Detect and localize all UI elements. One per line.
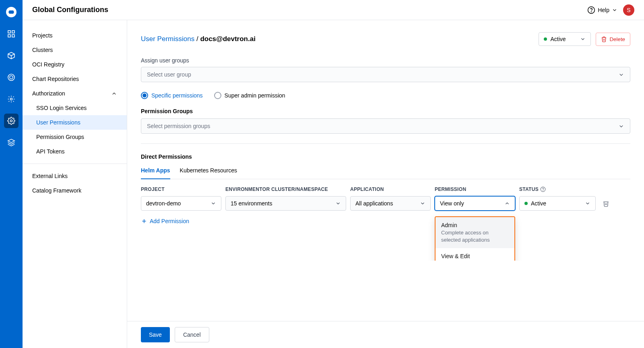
col-app: APPLICATION	[350, 186, 431, 192]
plus-icon	[141, 218, 147, 224]
breadcrumb-current: docs@devtron.ai	[200, 35, 256, 43]
svg-point-6	[10, 76, 13, 79]
row-status-select[interactable]: Active	[519, 196, 596, 211]
radio-specific-permissions[interactable]: Specific permissions	[141, 92, 203, 99]
sidebar-subitem-user-permissions[interactable]: User Permissions	[23, 115, 127, 130]
permission-groups-heading: Permission Groups	[141, 108, 630, 114]
direct-permissions-heading: Direct Permissions	[141, 153, 630, 160]
rail-stack-icon[interactable]	[4, 135, 19, 150]
environment-select[interactable]: 15 environments	[225, 196, 346, 211]
dropdown-option-admin[interactable]: Admin Complete access on selected applic…	[436, 217, 514, 248]
application-select[interactable]: All applications	[350, 196, 431, 211]
rail-target-icon[interactable]	[4, 70, 19, 85]
chevron-down-icon	[420, 201, 425, 206]
rail-config-icon[interactable]	[4, 92, 19, 106]
chevron-down-icon	[618, 72, 624, 78]
status-dot-icon	[524, 202, 528, 205]
sidebar: Projects Clusters OCI Registry Chart Rep…	[23, 20, 127, 261]
tab-helm-apps[interactable]: Helm Apps	[141, 164, 170, 179]
chevron-down-icon	[211, 201, 216, 206]
sidebar-subitem-permission-groups[interactable]: Permission Groups	[23, 130, 127, 144]
status-dot-icon	[544, 37, 547, 41]
permission-dropdown: Admin Complete access on selected applic…	[435, 216, 515, 261]
sidebar-item-oci-registry[interactable]: OCI Registry	[23, 57, 127, 72]
trash-icon	[603, 200, 609, 207]
trash-icon	[601, 36, 607, 42]
col-permission: PERMISSION	[435, 186, 515, 192]
radio-icon	[214, 92, 221, 99]
breadcrumb-parent-link[interactable]: User Permissions	[141, 35, 194, 43]
chevron-down-icon	[585, 201, 590, 206]
svg-rect-1	[8, 31, 10, 33]
sidebar-item-clusters[interactable]: Clusters	[23, 43, 127, 57]
help-button[interactable]: Help	[587, 6, 617, 14]
user-groups-select[interactable]: Select user group	[141, 67, 630, 82]
radio-super-admin[interactable]: Super admin permission	[214, 92, 285, 99]
sidebar-item-external-links[interactable]: External Links	[23, 169, 127, 183]
radio-icon	[141, 92, 148, 99]
help-icon	[587, 6, 595, 14]
sidebar-item-catalog-framework[interactable]: Catalog Framework	[23, 183, 127, 198]
col-status: STATUS	[519, 186, 596, 192]
sidebar-subitem-sso[interactable]: SSO Login Services	[23, 101, 127, 115]
sidebar-item-projects[interactable]: Projects	[23, 28, 127, 43]
project-select[interactable]: devtron-demo	[141, 196, 221, 211]
permission-groups-select[interactable]: Select permission groups	[141, 118, 630, 134]
chevron-down-icon	[335, 201, 341, 206]
sidebar-subitem-api-tokens[interactable]: API Tokens	[23, 144, 127, 159]
user-avatar[interactable]: S	[623, 4, 634, 16]
top-header: Global Configurations Help S	[23, 0, 644, 20]
col-project: PROJECT	[141, 186, 221, 192]
sidebar-item-chart-repositories[interactable]: Chart Repositories	[23, 72, 127, 86]
delete-button[interactable]: Delete	[596, 33, 630, 46]
svg-rect-2	[12, 31, 14, 33]
icon-rail	[0, 0, 23, 261]
info-icon	[540, 186, 546, 192]
svg-point-11	[591, 11, 592, 12]
main-content: User Permissions / docs@devtron.ai Activ…	[127, 20, 644, 261]
rail-apps-icon[interactable]	[4, 27, 19, 41]
user-status-select[interactable]: Active	[539, 32, 591, 46]
permission-row: devtron-demo 15 environments All applica…	[141, 196, 630, 211]
svg-point-8	[10, 120, 12, 122]
breadcrumb: User Permissions / docs@devtron.ai	[141, 35, 256, 43]
sidebar-item-authorization[interactable]: Authorization	[23, 86, 127, 101]
chevron-up-icon	[111, 91, 117, 97]
page-title: Global Configurations	[32, 6, 108, 14]
svg-rect-3	[8, 35, 10, 37]
dropdown-option-view-edit[interactable]: View & Edit Can also edit resource manif…	[436, 248, 514, 261]
svg-marker-9	[8, 139, 15, 143]
svg-point-13	[543, 191, 543, 191]
permissions-table-header: PROJECT ENVIRONMENTOR CLUSTER/NAMESPACE …	[141, 186, 630, 192]
chevron-down-icon	[580, 36, 586, 42]
col-env: ENVIRONMENTOR CLUSTER/NAMESPACE	[225, 186, 346, 192]
chevron-down-icon	[612, 7, 617, 13]
svg-point-7	[10, 98, 12, 100]
permission-level-select[interactable]: View only	[435, 196, 515, 211]
help-label: Help	[598, 7, 609, 13]
chevron-down-icon	[618, 123, 624, 129]
rail-settings-icon[interactable]	[4, 114, 19, 128]
assign-user-groups-label: Assign user groups	[141, 57, 630, 64]
svg-point-5	[8, 74, 14, 81]
app-logo	[4, 5, 19, 19]
delete-row-button[interactable]	[600, 200, 612, 207]
chevron-up-icon	[504, 201, 510, 206]
add-permission-button[interactable]: Add Permission	[141, 218, 630, 224]
svg-rect-4	[12, 35, 14, 37]
rail-cube-icon[interactable]	[4, 48, 19, 63]
tab-kubernetes-resources[interactable]: Kubernetes Resources	[180, 164, 237, 179]
